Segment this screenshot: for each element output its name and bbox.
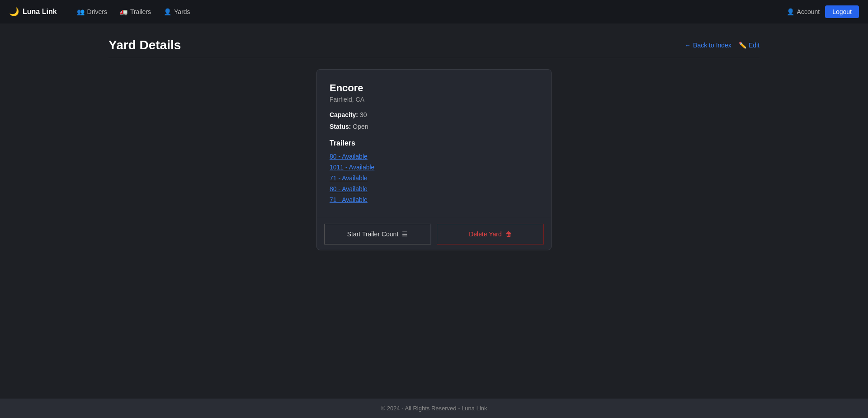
brand-logo[interactable]: 🌙 Luna Link [9,7,57,17]
start-count-wrapper: Start Trailer Count ☰ [324,224,431,244]
page-title: Yard Details [108,38,181,52]
nav-yards-label: Yards [174,8,190,15]
page-actions: ← Back to Index ✏️ Edit [684,42,760,49]
capacity-value-text: 30 [360,111,367,118]
nav-yards[interactable]: 👤 Yards [158,5,196,18]
drivers-icon: 👥 [77,8,85,15]
start-count-label: Start Trailer Count [347,230,399,238]
account-link[interactable]: 👤 Account [787,8,820,15]
trash-icon: 🗑 [505,230,512,238]
capacity-label: Capacity: [330,111,358,118]
yard-card: Encore Fairfield, CA Capacity: 30 Status… [316,69,552,250]
trailers-title: Trailers [330,139,538,147]
back-to-index-link[interactable]: ← Back to Index [684,42,731,49]
start-trailer-count-button[interactable]: Start Trailer Count ☰ [325,224,431,244]
trailer-link-item[interactable]: 80 - Available [330,153,538,160]
trailers-list: 80 - Available1011 - Available71 - Avail… [330,153,538,203]
trailer-link-item[interactable]: 71 - Available [330,196,538,203]
nav-trailers[interactable]: 🚛 Trailers [114,5,156,18]
navbar-right: 👤 Account Logout [787,5,859,18]
trailers-icon: 🚛 [120,8,127,15]
nav-drivers-label: Drivers [87,8,107,15]
card-footer-inner: Start Trailer Count ☰ Delete Yard 🗑 [317,218,551,250]
yards-icon: 👤 [164,8,171,15]
trailer-link-item[interactable]: 71 - Available [330,174,538,182]
back-to-index-label: Back to Index [693,42,731,49]
arrow-left-icon: ← [684,42,691,49]
account-icon: 👤 [787,8,794,15]
delete-yard-wrapper: Delete Yard 🗑 [437,224,544,244]
yard-location: Fairfield, CA [330,96,538,103]
delete-yard-button[interactable]: Delete Yard 🗑 [437,224,543,244]
account-label: Account [797,8,820,15]
navbar-links: 👥 Drivers 🚛 Trailers 👤 Yards [71,5,787,18]
edit-label: Edit [749,42,760,49]
card-footer: Start Trailer Count ☰ Delete Yard 🗑 [317,218,551,250]
main-content: Yard Details ← Back to Index ✏️ Edit Enc… [0,23,868,399]
yard-status: Status: Open [330,123,538,130]
page-footer: © 2024 - All Rights Reserved - Luna Link [0,399,868,418]
navbar: 🌙 Luna Link 👥 Drivers 🚛 Trailers 👤 Yards… [0,0,868,23]
logout-button[interactable]: Logout [825,5,859,18]
yard-name: Encore [330,82,538,94]
trailer-link-item[interactable]: 80 - Available [330,185,538,193]
status-value-text: Open [353,123,368,130]
footer-text: © 2024 - All Rights Reserved - Luna Link [381,405,487,412]
moon-icon: 🌙 [9,7,19,17]
nav-drivers[interactable]: 👥 Drivers [71,5,113,18]
card-body: Encore Fairfield, CA Capacity: 30 Status… [317,70,551,218]
page-header: Yard Details ← Back to Index ✏️ Edit [108,38,760,58]
yard-capacity: Capacity: 30 [330,111,538,118]
edit-icon: ✏️ [739,42,746,49]
nav-trailers-label: Trailers [130,8,151,15]
trailer-link-item[interactable]: 1011 - Available [330,164,538,171]
list-icon: ☰ [402,230,408,238]
delete-yard-label: Delete Yard [469,230,502,238]
edit-link[interactable]: ✏️ Edit [739,42,760,49]
trailers-section: Trailers 80 - Available1011 - Available7… [330,139,538,203]
brand-name: Luna Link [23,8,57,16]
status-label: Status: [330,123,351,130]
